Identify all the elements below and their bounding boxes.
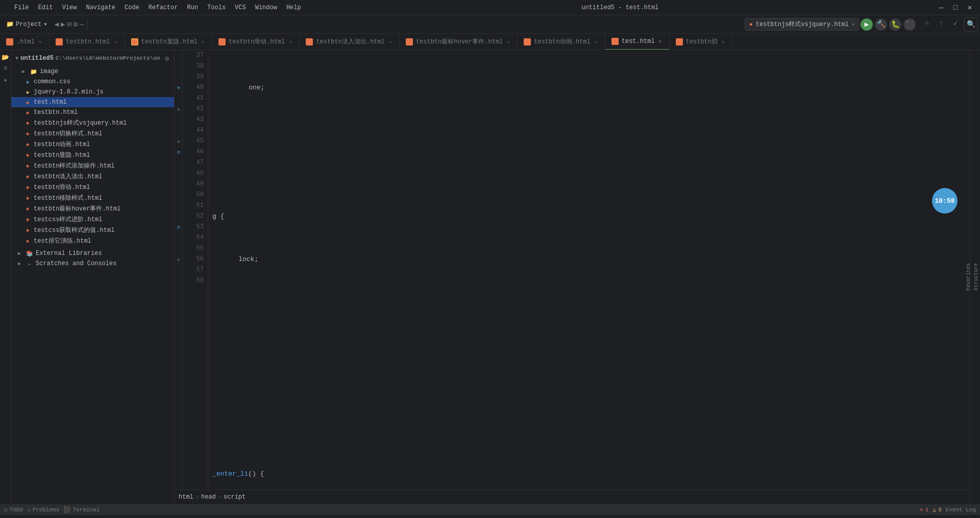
sidebar-item-testbtn[interactable]: ◈ testbtn.html bbox=[11, 107, 174, 117]
tab-testbtn-slide[interactable]: testbtn滑动.html ✕ bbox=[212, 34, 300, 50]
menu-edit[interactable]: Edit bbox=[34, 3, 57, 12]
code-container[interactable]: 10:58 ⊖ ◈ ◈ ⊖ bbox=[175, 50, 970, 489]
commit-icon[interactable]: ✓ bbox=[949, 17, 962, 30]
breadcrumb-head[interactable]: head bbox=[201, 493, 216, 501]
menu-tools[interactable]: Tools bbox=[203, 3, 230, 12]
menu-file[interactable]: File bbox=[10, 3, 33, 12]
gutter-57 bbox=[175, 265, 183, 275]
ln-53: 53 bbox=[187, 222, 204, 232]
status-warnings[interactable]: △ 3 bbox=[933, 506, 941, 513]
tab-testbtn-hide[interactable]: testbtn显隐.html ✕ bbox=[125, 34, 212, 50]
toolbar-layout[interactable]: ⊟ bbox=[67, 20, 71, 29]
tab-slide-label: testbtn滑动.html bbox=[229, 37, 285, 46]
tab-testbtn-fade[interactable]: testbtn淡入淡出.html ✕ bbox=[300, 34, 399, 50]
sidebar-locate-icon[interactable]: ◎ bbox=[162, 53, 172, 63]
sidebar-item-addstyle-label: testbtn样式添加操作.html bbox=[34, 161, 114, 170]
tab-testbtn-switch[interactable]: testbtn切 ✕ bbox=[670, 34, 732, 50]
menu-view[interactable]: View bbox=[58, 3, 81, 12]
ln-41: 41 bbox=[187, 93, 204, 104]
tab-slide-close[interactable]: ✕ bbox=[288, 38, 293, 46]
menu-vcs[interactable]: VCS bbox=[231, 3, 250, 12]
sidebar-item-scratches[interactable]: ✏ Scratches and Consoles bbox=[11, 258, 174, 269]
tab-anim-close[interactable]: ✕ bbox=[594, 38, 599, 46]
gutter-46-fold[interactable]: ⊖ bbox=[175, 147, 183, 157]
sidebar-item-remove[interactable]: ◈ testbtn移除样式.html bbox=[11, 193, 174, 203]
gutter-49 bbox=[175, 179, 183, 190]
ln-51: 51 bbox=[187, 200, 204, 211]
debug-button[interactable]: 🐛 bbox=[889, 18, 901, 31]
sidebar-item-image[interactable]: 📁 image bbox=[11, 66, 174, 77]
sidebar-item-addstyle[interactable]: ◈ testbtn样式添加操作.html bbox=[11, 160, 174, 171]
tab-testbtn-hover[interactable]: testbtn最标hover事件.html ✕ bbox=[400, 34, 518, 50]
project-dropdown[interactable]: 📁 Project ▾ bbox=[2, 18, 52, 30]
sidebar-item-external-libraries[interactable]: 📚 External Libraries bbox=[11, 248, 174, 258]
tab-fade-close[interactable]: ✕ bbox=[388, 38, 393, 46]
title-close-btn[interactable]: ✕ bbox=[964, 2, 976, 14]
config-dropdown[interactable]: ● testbtnjs样式vsjquery.html ▾ bbox=[745, 18, 860, 31]
menu-run[interactable]: Run bbox=[183, 3, 202, 12]
toolbar-nav-fwd[interactable]: ▶ bbox=[61, 20, 65, 29]
title-maximize-btn[interactable]: □ bbox=[949, 2, 962, 14]
gutter-40-fold[interactable]: ⊖ bbox=[175, 82, 183, 93]
title-bar-right: — □ ✕ bbox=[935, 2, 976, 14]
toolbar-minus[interactable]: — bbox=[80, 20, 84, 29]
sidebar-item-testbtnjs[interactable]: ◈ testbtnjs样式vsjquery.html bbox=[11, 117, 174, 128]
activity-project-icon[interactable]: 📂 bbox=[1, 52, 11, 62]
status-problems[interactable]: ⚠ Problems bbox=[27, 506, 59, 513]
sidebar-item-fadein[interactable]: ◈ testbtn淡入淡出.html bbox=[11, 171, 174, 182]
coverage-button[interactable]: ⬛ bbox=[903, 18, 916, 31]
status-todo[interactable]: ☑ TODO bbox=[4, 506, 23, 513]
status-event-log[interactable]: Event Log bbox=[946, 507, 976, 513]
sidebar-item-testbtnjs-label: testbtnjs样式vsjquery.html bbox=[34, 119, 127, 127]
tab-hover-close[interactable]: ✕ bbox=[506, 38, 511, 46]
sidebar-item-jquery[interactable]: ◈ jquery-1.8.2.min.js bbox=[11, 87, 174, 97]
gutter-53-fold[interactable]: ⊖ bbox=[175, 222, 183, 232]
title-minimize-btn[interactable]: — bbox=[935, 2, 947, 14]
update-icon[interactable]: ↑ bbox=[935, 17, 947, 30]
toolbar-settings[interactable]: ⚙ bbox=[74, 20, 78, 29]
breadcrumb-html[interactable]: html bbox=[179, 493, 193, 501]
vcs-icon[interactable]: ⑃ bbox=[921, 17, 933, 30]
sidebar-item-cut[interactable]: ◈ testbtn切换样式.html bbox=[11, 128, 174, 139]
activity-bookmarks-icon[interactable]: ★ bbox=[1, 75, 11, 85]
html-anim-icon: ◈ bbox=[23, 140, 32, 149]
menu-refactor[interactable]: Refactor bbox=[144, 3, 182, 12]
code-content[interactable]: one; g { lock; bbox=[208, 50, 970, 489]
toolbar-nav-back[interactable]: ◀ bbox=[55, 20, 59, 29]
search-toolbar-btn[interactable]: 🔍 bbox=[964, 17, 978, 32]
tab-test-close[interactable]: ✕ bbox=[658, 37, 663, 45]
tab-html-close[interactable]: ✕ bbox=[38, 38, 43, 46]
run-button[interactable]: ▶ bbox=[861, 18, 873, 31]
tab-testbtn-hide-close[interactable]: ✕ bbox=[201, 38, 206, 46]
status-terminal[interactable]: ⬛ Terminal bbox=[63, 506, 100, 513]
tab-test[interactable]: test.html ✕ bbox=[605, 34, 670, 50]
sidebar-item-cssget[interactable]: ◈ testcss获取样式的值.html bbox=[11, 225, 174, 236]
menu-window[interactable]: Window bbox=[251, 3, 281, 12]
activity-structure-icon[interactable]: ≡ bbox=[1, 63, 11, 74]
project-label: Project bbox=[16, 21, 41, 28]
sidebar-item-cssadv[interactable]: ◈ testcss样式进阶.html bbox=[11, 214, 174, 225]
sidebar-item-anim[interactable]: ◈ testbtn动画.html bbox=[11, 139, 174, 150]
tab-switch-close[interactable]: ✕ bbox=[721, 38, 726, 46]
menu-navigate[interactable]: Navigate bbox=[82, 3, 119, 12]
side-label-structure[interactable]: Structure bbox=[972, 259, 980, 295]
menu-code[interactable]: Code bbox=[120, 3, 143, 12]
tab-testbtn-close[interactable]: ✕ bbox=[113, 38, 118, 46]
sidebar-item-hide[interactable]: ◈ testbtn显隐.html bbox=[11, 150, 174, 160]
side-label-favorites[interactable]: Favorites bbox=[965, 259, 972, 295]
tab-html[interactable]: .html ✕ bbox=[0, 34, 50, 50]
tab-testbtn-anim[interactable]: testbtn动画.html ✕ bbox=[518, 34, 605, 50]
sidebar-item-slide[interactable]: ◈ testbtn滑动.html bbox=[11, 182, 174, 193]
sidebar-item-anim-label: testbtn动画.html bbox=[34, 140, 90, 149]
sidebar-item-common-css[interactable]: ◈ common.css bbox=[11, 77, 174, 87]
sidebar-item-test-html[interactable]: ◈ test.html bbox=[11, 97, 174, 107]
sidebar-item-practice[interactable]: ◈ test排它演练.html bbox=[11, 236, 174, 246]
html-slide-icon: ◈ bbox=[23, 183, 32, 192]
status-errors[interactable]: ✕ 1 bbox=[920, 506, 928, 513]
sidebar-item-hover[interactable]: ◈ testbtn最标hover事件.html bbox=[11, 203, 174, 214]
menu-help[interactable]: Help bbox=[282, 3, 305, 12]
breadcrumb-script[interactable]: script bbox=[224, 493, 246, 501]
editor-area: 10:58 ⊖ ◈ ◈ ⊖ bbox=[175, 50, 970, 504]
build-button[interactable]: 🔨 bbox=[875, 18, 887, 31]
tab-testbtn[interactable]: testbtn.html ✕ bbox=[50, 34, 125, 50]
